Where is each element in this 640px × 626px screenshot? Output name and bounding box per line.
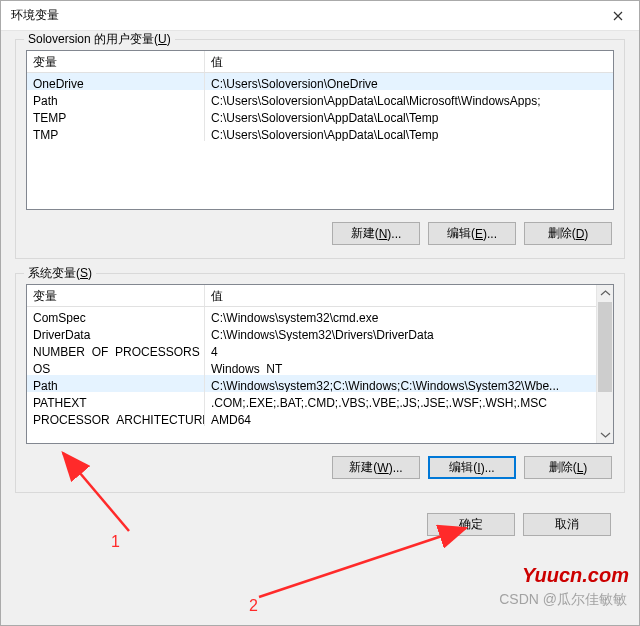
system-vars-table[interactable]: 变量 值 ComSpec C:\Windows\system32\cmd.exe…	[26, 284, 614, 444]
user-delete-button[interactable]: 删除(D)	[524, 222, 612, 245]
ok-button[interactable]: 确定	[427, 513, 515, 536]
user-edit-button[interactable]: 编辑(E)...	[428, 222, 516, 245]
table-row[interactable]: NUMBER_OF_PROCESSORS 4	[27, 341, 613, 358]
system-delete-button[interactable]: 删除(L)	[524, 456, 612, 479]
system-edit-button[interactable]: 编辑(I)...	[428, 456, 516, 479]
annotation-number-1: 1	[111, 533, 120, 551]
table-header[interactable]: 变量 值	[27, 51, 613, 73]
dialog-button-row: 确定 取消	[15, 507, 625, 546]
system-new-button[interactable]: 新建(W)...	[332, 456, 420, 479]
user-vars-table[interactable]: 变量 值 OneDrive C:\Users\Soloversion\OneDr…	[26, 50, 614, 210]
col-header-value[interactable]: 值	[205, 285, 613, 306]
watermark-site: Yuucn.com	[522, 564, 629, 587]
close-icon	[613, 11, 623, 21]
table-row[interactable]: TEMP C:\Users\Soloversion\AppData\Local\…	[27, 107, 613, 124]
col-header-name[interactable]: 变量	[27, 285, 205, 306]
col-header-value[interactable]: 值	[205, 51, 613, 72]
table-row[interactable]: OneDrive C:\Users\Soloversion\OneDrive	[27, 73, 613, 90]
annotation-number-2: 2	[249, 597, 258, 615]
table-row[interactable]: DriverData C:\Windows\System32\Drivers\D…	[27, 324, 613, 341]
user-table-body: OneDrive C:\Users\Soloversion\OneDrive P…	[27, 73, 613, 141]
table-row[interactable]: Path C:\Users\Soloversion\AppData\Local\…	[27, 90, 613, 107]
chevron-up-icon[interactable]	[597, 285, 614, 302]
table-row[interactable]: ComSpec C:\Windows\system32\cmd.exe	[27, 307, 613, 324]
user-button-row: 新建(N)... 编辑(E)... 删除(D)	[26, 210, 614, 253]
titlebar: 环境变量	[1, 1, 639, 31]
system-variables-group: 系统变量(S) 变量 值 ComSpec C:\Windows\system32…	[15, 273, 625, 493]
user-variables-group: Soloversion 的用户变量(U) 变量 值 OneDrive C:\Us…	[15, 39, 625, 259]
table-row-path-selected[interactable]: Path C:\Windows\system32;C:\Windows;C:\W…	[27, 375, 613, 392]
system-scrollbar[interactable]	[596, 285, 613, 443]
watermark-csdn: CSDN @瓜尔佳敏敏	[499, 591, 627, 609]
table-row[interactable]: PROCESSOR_ARCHITECTURE AMD64	[27, 409, 613, 426]
table-row[interactable]: PATHEXT .COM;.EXE;.BAT;.CMD;.VBS;.VBE;.J…	[27, 392, 613, 409]
user-group-label: Soloversion 的用户变量(U)	[24, 31, 175, 48]
env-vars-dialog: 环境变量 Soloversion 的用户变量(U) 变量 值 OneDrive …	[0, 0, 640, 626]
table-row[interactable]: OS Windows_NT	[27, 358, 613, 375]
system-button-row: 新建(W)... 编辑(I)... 删除(L)	[26, 444, 614, 487]
table-header[interactable]: 变量 值	[27, 285, 613, 307]
user-new-button[interactable]: 新建(N)...	[332, 222, 420, 245]
close-button[interactable]	[597, 1, 639, 31]
scroll-thumb[interactable]	[598, 302, 612, 392]
system-table-body: ComSpec C:\Windows\system32\cmd.exe Driv…	[27, 307, 613, 426]
table-row[interactable]: TMP C:\Users\Soloversion\AppData\Local\T…	[27, 124, 613, 141]
dialog-title: 环境变量	[11, 7, 597, 24]
system-group-label: 系统变量(S)	[24, 265, 96, 282]
col-header-name[interactable]: 变量	[27, 51, 205, 72]
dialog-content: Soloversion 的用户变量(U) 变量 值 OneDrive C:\Us…	[1, 31, 639, 625]
chevron-down-icon[interactable]	[597, 426, 614, 443]
cancel-button[interactable]: 取消	[523, 513, 611, 536]
